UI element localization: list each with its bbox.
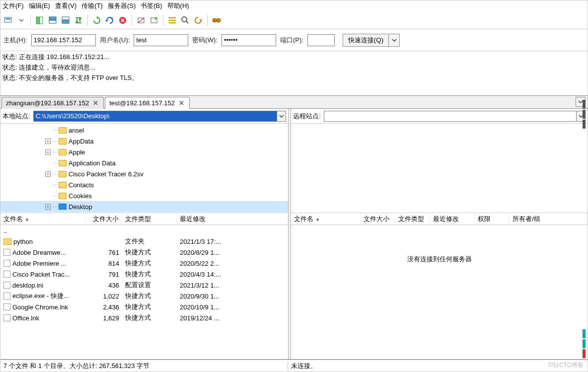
- folder-icon: [59, 182, 67, 188]
- list-item[interactable]: python文件夹2021/1/3 17:...: [0, 236, 288, 247]
- menu-view[interactable]: 查看(V): [55, 1, 76, 10]
- expand-icon[interactable]: +: [45, 149, 51, 155]
- folder-icon: [59, 160, 67, 166]
- pass-label: 密码(W):: [192, 36, 218, 45]
- list-item[interactable]: Office.lnk1,629快捷方式2019/12/24 ...: [0, 312, 288, 323]
- file-list-icon[interactable]: [166, 14, 178, 26]
- cancel-icon[interactable]: [117, 14, 129, 26]
- toggle-local-tree-icon[interactable]: [47, 14, 59, 26]
- list-item[interactable]: eclipse.exe - 快捷...1,022快捷方式2020/9/30 1.…: [0, 291, 288, 301]
- tree-node[interactable]: +⋯AppData: [0, 136, 288, 147]
- status-remote: 未连接。: [288, 362, 588, 371]
- tree-node[interactable]: ⋯Contacts: [0, 179, 288, 190]
- tree-label: Cookies: [69, 192, 92, 200]
- folder-icon: [59, 171, 67, 177]
- svg-rect-0: [4, 17, 11, 22]
- remote-path-combo[interactable]: [324, 111, 586, 122]
- col-name[interactable]: 文件名▲: [0, 213, 85, 224]
- remote-path-input[interactable]: [324, 111, 576, 121]
- expand-icon[interactable]: +: [45, 139, 51, 144]
- svg-point-12: [154, 17, 157, 20]
- col-size[interactable]: 文件大小: [85, 213, 122, 224]
- tab-zhangsan[interactable]: zhangsan@192.168.157.152 ✕: [1, 97, 104, 109]
- toggle-queue-icon[interactable]: [73, 14, 84, 26]
- expand-icon[interactable]: [45, 128, 51, 133]
- list-item[interactable]: Adobe Dreamwe...761快捷方式2020/8/29 1...: [0, 247, 288, 258]
- refresh-icon[interactable]: [91, 14, 103, 26]
- tree-node[interactable]: +⋯Apple: [0, 147, 288, 157]
- tree-node[interactable]: ⋯ansel: [0, 125, 288, 136]
- side-indicator: [582, 100, 586, 358]
- disconnect-icon[interactable]: [135, 14, 147, 26]
- local-path-combo[interactable]: [33, 111, 287, 122]
- menu-bookmarks[interactable]: 书签(B): [141, 1, 162, 10]
- col-owner[interactable]: 所有者/组: [510, 213, 588, 224]
- port-input[interactable]: [307, 34, 335, 46]
- compare-icon[interactable]: [192, 14, 204, 26]
- col-date[interactable]: 最近修改: [177, 213, 288, 224]
- tab-test[interactable]: test@192.168.157.152 ✕: [105, 97, 190, 109]
- toolbar: [0, 11, 588, 29]
- host-label: 主机(H):: [3, 36, 27, 45]
- log-line: 状态: 不安全的服务器，不支持 FTP over TLS。: [2, 73, 586, 83]
- remote-empty-msg: 没有连接到任何服务器: [291, 225, 588, 359]
- search-icon[interactable]: [211, 14, 222, 26]
- list-item[interactable]: Cisco Packet Trac...791快捷方式2020/4/3 14:.…: [0, 269, 288, 280]
- tree-label: Contacts: [69, 181, 94, 189]
- expand-icon[interactable]: +: [45, 171, 51, 177]
- status-local: 7 个文件 和 1 个目录。大小总计: 267,561,323 字节: [0, 362, 288, 371]
- list-item[interactable]: Adobe Premiere ...814快捷方式2020/5/22 2...: [0, 258, 288, 269]
- host-input[interactable]: [31, 34, 96, 46]
- remote-tree[interactable]: [291, 124, 588, 213]
- col-date[interactable]: 最近修改: [430, 213, 475, 224]
- file-icon: [3, 293, 10, 299]
- col-type[interactable]: 文件类型: [395, 213, 430, 224]
- local-file-list[interactable]: ..python文件夹2021/1/3 17:...Adobe Dreamwe.…: [0, 225, 288, 359]
- col-name[interactable]: 文件名▲: [291, 213, 361, 224]
- svg-rect-5: [49, 20, 56, 23]
- local-tree[interactable]: ⋯ansel+⋯AppData+⋯Apple⋯Application Data+…: [0, 124, 288, 213]
- svg-point-14: [213, 18, 217, 22]
- tree-node[interactable]: +⋯Desktop: [0, 201, 288, 212]
- col-type[interactable]: 文件类型: [122, 213, 177, 224]
- menu-file[interactable]: 文件(F): [2, 1, 24, 10]
- expand-icon[interactable]: +: [45, 204, 51, 210]
- tree-node[interactable]: ⋯Application Data: [0, 157, 288, 168]
- process-queue-icon[interactable]: [104, 14, 116, 26]
- col-size[interactable]: 文件大小: [361, 213, 395, 224]
- filter-icon[interactable]: [179, 14, 191, 26]
- file-icon: [3, 314, 10, 321]
- menu-transfer[interactable]: 传输(T): [81, 1, 103, 10]
- list-item[interactable]: ..: [0, 225, 288, 236]
- site-manager-icon[interactable]: [2, 14, 14, 26]
- menu-server[interactable]: 服务器(S): [108, 1, 136, 10]
- toggle-log-icon[interactable]: [34, 14, 46, 26]
- quickconnect-button[interactable]: 快速连接(Q): [343, 34, 389, 47]
- local-site-label: 本地站点:: [2, 112, 30, 121]
- expand-icon[interactable]: [45, 160, 51, 166]
- close-icon[interactable]: ✕: [92, 99, 99, 107]
- tree-label: Application Data: [69, 159, 116, 167]
- expand-icon[interactable]: [45, 182, 51, 188]
- reconnect-icon[interactable]: [148, 14, 160, 26]
- local-path-input[interactable]: [34, 111, 277, 121]
- user-input[interactable]: [134, 34, 188, 46]
- message-log[interactable]: 状态: 正在连接 192.168.157.152:21... 状态: 连接建立，…: [0, 51, 588, 96]
- svg-point-13: [182, 17, 187, 22]
- expand-icon[interactable]: [45, 193, 51, 199]
- close-icon[interactable]: ✕: [178, 99, 185, 107]
- menu-help[interactable]: 帮助(H): [167, 1, 189, 10]
- tree-label: ansel: [69, 127, 84, 134]
- dropdown-icon[interactable]: [15, 14, 27, 26]
- user-label: 用户名(U):: [100, 36, 130, 45]
- menu-edit[interactable]: 编辑(E): [29, 1, 50, 10]
- pass-input[interactable]: [221, 34, 276, 46]
- list-item[interactable]: Google Chrome.lnk2,436快捷方式2020/10/9 1...: [0, 301, 288, 312]
- tree-node[interactable]: +⋯Cisco Packet Tracer 6.2sv: [0, 168, 288, 179]
- quickconnect-dropdown[interactable]: [389, 34, 400, 47]
- tree-node[interactable]: ⋯Cookies: [0, 190, 288, 201]
- list-item[interactable]: desktop.ini436配置设置2021/3/12 1...: [0, 280, 288, 291]
- chevron-down-icon[interactable]: [277, 111, 286, 121]
- col-perm[interactable]: 权限: [475, 213, 510, 224]
- toggle-remote-tree-icon[interactable]: [60, 14, 72, 26]
